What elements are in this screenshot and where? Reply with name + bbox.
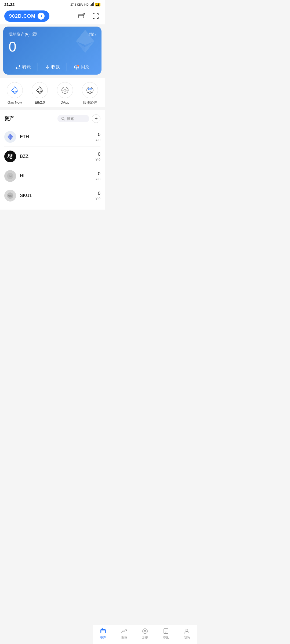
chain-label: 快捷加链 <box>83 100 97 105</box>
bzz-name: BZZ <box>20 154 96 159</box>
search-box[interactable] <box>57 115 89 122</box>
svg-rect-1 <box>91 4 92 6</box>
assets-section: 资产 + ETH 0 ¥ 0 <box>0 110 105 210</box>
app-header: 902D.COM <box>0 8 105 24</box>
eye-icon[interactable] <box>32 32 37 37</box>
sku1-cny: ¥ 0 <box>96 197 100 201</box>
search-input[interactable] <box>67 116 85 121</box>
eth-watermark <box>73 29 97 54</box>
eth-name: ETH <box>20 134 96 140</box>
eth-cny: ¥ 0 <box>96 138 100 142</box>
battery-badge: 18 <box>95 3 100 6</box>
asset-label-text: 我的资产(¥) <box>9 32 30 37</box>
transfer-action[interactable]: 转账 <box>9 61 38 73</box>
quick-link-eth2[interactable]: Eth2.0 <box>32 82 48 105</box>
hi-balance: 0 <box>96 171 100 177</box>
brand-arrow <box>38 13 45 20</box>
svg-point-45 <box>11 155 12 155</box>
svg-rect-0 <box>90 5 90 6</box>
svg-rect-2 <box>92 3 93 6</box>
search-icon <box>61 117 65 120</box>
gas-now-label: Gas Now <box>8 100 22 104</box>
svg-text:SKU: SKU <box>8 195 12 197</box>
asset-actions: 转账 收款 闪兑 <box>9 59 96 75</box>
sku1-name: SKU1 <box>20 193 96 198</box>
assets-header: 资产 + <box>4 114 100 123</box>
svg-rect-3 <box>93 2 94 6</box>
eth-balance: 0 <box>96 132 100 137</box>
header-actions <box>77 11 100 21</box>
add-asset-button[interactable]: + <box>92 114 100 123</box>
hi-cny: ¥ 0 <box>96 177 100 181</box>
status-bar: 21:22 27.8 KB/s HD 18 <box>0 0 105 8</box>
hi-name: HI <box>20 173 96 179</box>
add-wallet-icon[interactable] <box>77 11 86 21</box>
status-time: 21:22 <box>4 2 15 7</box>
svg-point-46 <box>8 157 9 158</box>
svg-point-47 <box>10 157 12 158</box>
quick-links: Gas Now Eth2.0 DAp <box>0 78 105 107</box>
hi-icon: hi <box>4 170 16 182</box>
signal-icon <box>90 2 94 7</box>
asset-card: 我的资产(¥) 详情 › 0 <box>3 27 102 75</box>
hd-badge: HD <box>84 3 89 6</box>
bzz-balance: 0 <box>96 152 100 157</box>
flash-action[interactable]: 闪兑 <box>67 61 96 73</box>
status-icons: 27.8 KB/s HD 18 <box>70 2 100 7</box>
bzz-icon <box>4 151 16 162</box>
scan-icon[interactable] <box>91 11 100 21</box>
brand-logo[interactable]: 902D.COM <box>4 10 49 22</box>
bzz-cny: ¥ 0 <box>96 158 100 162</box>
svg-text:hi: hi <box>9 174 12 178</box>
svg-text:EVM: EVM <box>88 88 92 90</box>
svg-point-44 <box>9 154 10 155</box>
asset-item-bzz[interactable]: BZZ 0 ¥ 0 <box>4 147 100 166</box>
sku1-balance: 0 <box>96 191 100 196</box>
svg-line-35 <box>64 119 65 120</box>
dapp-label: DApp <box>60 100 69 104</box>
eth2-label: Eth2.0 <box>35 100 45 104</box>
receive-action[interactable]: 收款 <box>38 61 67 73</box>
assets-title: 资产 <box>4 115 14 122</box>
eth-icon <box>4 131 16 143</box>
sku1-icon: SKU <box>4 190 16 202</box>
asset-item-sku1[interactable]: SKU SKU1 0 ¥ 0 <box>4 186 100 205</box>
asset-item-hi[interactable]: hi HI 0 ¥ 0 <box>4 166 100 186</box>
asset-item-eth[interactable]: ETH 0 ¥ 0 <box>4 127 100 147</box>
speed-indicator: 27.8 KB/s <box>70 3 83 6</box>
quick-link-chain[interactable]: EVM 快捷加链 <box>82 82 98 105</box>
svg-point-29 <box>65 91 66 92</box>
quick-link-dapp[interactable]: DApp <box>57 82 73 105</box>
quick-link-gas-now[interactable]: Gas Now <box>7 82 23 105</box>
